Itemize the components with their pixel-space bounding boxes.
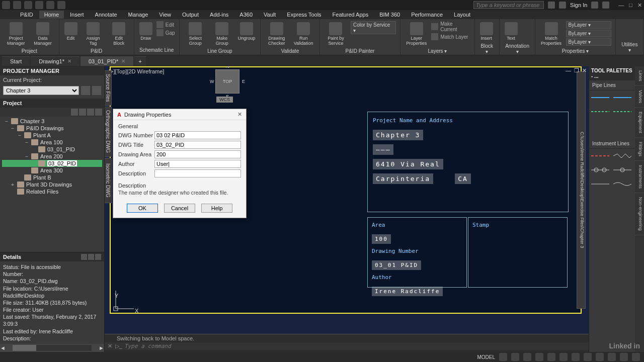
tree-node[interactable]: Related Files [2, 188, 102, 195]
file-tab[interactable]: Drawing1*✕ [31, 56, 79, 66]
menu-insert[interactable]: Insert [65, 11, 89, 19]
menu-output[interactable]: Output [177, 11, 204, 19]
file-tab[interactable]: 03_01_PID*✕ [80, 56, 133, 66]
signin-link[interactable]: Sign In [570, 2, 587, 8]
ribbon-dropdown[interactable]: ByLayer ▾ [566, 21, 611, 29]
status-icon[interactable] [584, 353, 592, 361]
cancel-button[interactable]: Cancel [164, 204, 195, 213]
menu-addins[interactable]: Add-ins [205, 11, 233, 19]
status-model[interactable]: MODEL [477, 354, 495, 360]
help-button[interactable]: Help [201, 204, 232, 213]
status-icon[interactable] [572, 353, 580, 361]
cmd-input[interactable] [124, 343, 586, 349]
ribbon-dropdown[interactable]: Color by Service ▾ [351, 21, 396, 34]
file-tab[interactable]: Start [2, 56, 30, 66]
field-input-dwgtitle[interactable] [154, 141, 241, 149]
tab-close[interactable]: ✕ [121, 58, 125, 64]
status-icon[interactable] [632, 353, 640, 361]
sym-pipe-4[interactable] [613, 108, 631, 116]
ribbon-btn[interactable]: Make Group [210, 21, 234, 47]
open-icon[interactable] [24, 1, 32, 9]
save-icon[interactable] [35, 1, 43, 9]
tree-node[interactable]: −Chapter 3 [2, 118, 102, 125]
palette-tab-equipment[interactable]: Equipment [635, 108, 644, 138]
new-icon[interactable] [13, 1, 21, 9]
ribbon-btn[interactable]: Data Manager [31, 21, 54, 47]
ribbon-btn[interactable]: Project Manager [4, 21, 28, 47]
ribbon-btn[interactable]: Text [504, 21, 519, 42]
status-icon[interactable] [511, 353, 519, 361]
command-line[interactable]: Switching back to Model space. ✕ ▷_ [105, 334, 589, 352]
pm-icon-1[interactable] [81, 86, 90, 95]
status-icon[interactable] [596, 353, 604, 361]
ribbon-btn[interactable]: Assign Tag [82, 21, 105, 47]
tree-node[interactable]: Area 300 [2, 167, 102, 174]
doc-close[interactable]: ✕ [582, 67, 587, 74]
menu-annotate[interactable]: Annotate [90, 11, 122, 19]
viewcube-e[interactable]: E [242, 79, 245, 84]
field-input-dwgnumber[interactable] [154, 131, 241, 139]
menu-featuredapps[interactable]: Featured Apps [328, 11, 374, 19]
details-btn-3[interactable] [95, 254, 101, 260]
close-button[interactable]: ✕ [637, 2, 642, 9]
tree-node[interactable]: −P&ID Drawings [2, 125, 102, 132]
tree-btn-1[interactable] [71, 109, 78, 116]
ribbon-item[interactable]: Gap [156, 29, 175, 36]
vtab-iso[interactable]: Isometric DWG [105, 158, 112, 203]
sym-pipe-2[interactable] [613, 94, 631, 102]
project-selector[interactable]: Chapter 3 [3, 86, 79, 95]
palette-tab-lines[interactable]: Lines [635, 66, 644, 86]
status-icon[interactable] [535, 353, 543, 361]
dialog-close[interactable]: ✕ [237, 111, 242, 118]
vtab-ortho[interactable]: Orthographic DWG [105, 107, 112, 157]
viewcube-w[interactable]: W [210, 79, 214, 84]
cmd-close[interactable]: ✕ [108, 343, 112, 349]
ribbon-btn[interactable]: Layer Properties [405, 21, 428, 47]
ribbon-btn[interactable]: Select Group [184, 21, 207, 47]
status-icon[interactable] [499, 353, 507, 361]
project-tree[interactable]: −Chapter 3−P&ID Drawings−Plant A−Area 10… [0, 117, 104, 252]
tree-node[interactable]: Plant B [2, 174, 102, 181]
details-btn-2[interactable] [88, 254, 94, 260]
viewcube-n[interactable]: N [226, 66, 229, 69]
help-search-input[interactable] [473, 1, 544, 9]
redo-icon[interactable] [57, 1, 65, 9]
field-input-drawingarea[interactable] [154, 150, 241, 158]
menu-view[interactable]: View [154, 11, 176, 19]
minimize-button[interactable]: — [618, 2, 624, 9]
field-input-author[interactable] [154, 160, 241, 168]
tree-btn-4[interactable] [95, 109, 102, 116]
status-icon[interactable] [608, 353, 616, 361]
ribbon-btn[interactable]: Ungroup [237, 21, 257, 42]
tree-node[interactable]: 03_01_PID [2, 146, 102, 153]
ribbon-dropdown[interactable]: ByLayer ▾ [566, 30, 611, 37]
tree-node[interactable]: +Plant 3D Drawings [2, 181, 102, 188]
ribbon-btn[interactable]: Draw [138, 21, 153, 42]
viewcube[interactable]: TOP N S W E [215, 69, 239, 94]
pm-icon-2[interactable] [92, 86, 101, 95]
palette-tab-valves[interactable]: Valves [635, 86, 644, 108]
sym-inst-5[interactable] [591, 180, 609, 188]
palette-tab-instruments[interactable]: Instruments [635, 161, 644, 193]
ok-button[interactable]: OK [127, 204, 158, 213]
vtab-source-files[interactable]: Source Files [105, 70, 112, 106]
menu-a360[interactable]: A360 [234, 11, 258, 19]
sym-pipe-1[interactable] [591, 94, 609, 102]
doc-minimize[interactable]: — [566, 67, 571, 74]
ribbon-btn[interactable]: Drawing Checker [265, 21, 288, 47]
sym-inst-4[interactable] [613, 166, 631, 174]
maximize-button[interactable]: □ [629, 2, 632, 9]
menu-pid[interactable]: P&ID [15, 11, 38, 19]
ribbon-item[interactable]: Edit [156, 21, 175, 28]
sym-inst-1[interactable] [591, 152, 609, 160]
palette-tab-fittings[interactable]: Fittings [635, 138, 644, 161]
menu-manage[interactable]: Manage [123, 11, 153, 19]
tab-close[interactable]: ✕ [67, 58, 71, 64]
tree-node[interactable]: −Area 200 [2, 153, 102, 160]
ribbon-item[interactable]: Match Layer [431, 33, 470, 40]
field-input-description[interactable] [154, 169, 241, 177]
status-icon[interactable] [547, 353, 555, 361]
menu-bim360[interactable]: BIM 360 [374, 11, 405, 19]
tree-node[interactable]: 03_02_PID [2, 160, 102, 167]
doc-restore[interactable]: ❐ [574, 67, 579, 74]
